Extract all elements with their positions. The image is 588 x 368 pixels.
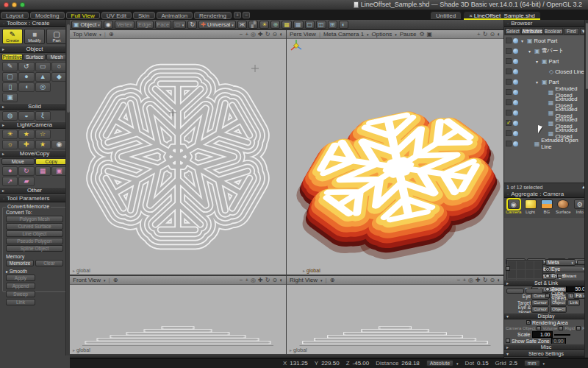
cylinder-tool-icon[interactable]: ▯ <box>2 82 18 92</box>
magnify-button[interactable]: ⊙ <box>490 31 495 38</box>
cone-tool-icon[interactable]: ▲ <box>35 72 51 82</box>
sphere-tool-icon[interactable]: ● <box>18 72 34 82</box>
rotate-button[interactable]: ↻ <box>483 277 488 284</box>
link-axis-checkbox[interactable] <box>506 266 510 271</box>
render-flag-icon[interactable] <box>506 120 512 126</box>
object-mode-button[interactable]: ▣ Object ▾ <box>71 21 102 29</box>
close-window-button[interactable] <box>4 2 9 7</box>
visibility-ball-icon[interactable] <box>513 69 518 74</box>
shear-tool-icon[interactable]: ↗ <box>2 177 18 186</box>
camera-view-dropdown[interactable] <box>526 289 543 294</box>
workspace-tab-full-view[interactable]: Full View <box>66 12 100 19</box>
tab-copy[interactable]: Copy <box>35 158 68 165</box>
tree-row[interactable]: ▾ ▣ 雪パート <box>504 46 588 56</box>
magnify-button[interactable]: ⊙ <box>490 277 495 284</box>
front-view-label[interactable]: Front View <box>73 277 101 283</box>
browser-tab-select[interactable]: Select <box>505 28 520 35</box>
scale-field[interactable]: 1.00 <box>532 331 553 338</box>
workspace-tab-uv-edit[interactable]: UV Edit <box>101 12 132 19</box>
section-move-copy[interactable]: ▸Move/Copy <box>0 150 69 158</box>
rendering-area-checkbox[interactable] <box>526 320 531 325</box>
camera-preset-dropdown[interactable] <box>506 289 524 294</box>
link-button[interactable]: Link <box>6 299 35 305</box>
universal-manipulator-button[interactable]: ✚ Universal ▾ <box>198 21 235 29</box>
close-tab-icon[interactable]: × <box>469 12 473 19</box>
part-button[interactable]: ▢ Part <box>46 29 67 44</box>
scale-tool-icon[interactable]: ▰ <box>18 177 34 186</box>
magnify-button[interactable]: ⊙ <box>272 31 277 38</box>
zoom-tool-button[interactable]: ◎ <box>251 31 256 38</box>
workspace-tab-animation[interactable]: Animation <box>157 12 193 19</box>
distant-light-icon[interactable]: ☆ <box>35 130 51 139</box>
tab-mesh[interactable]: Mesh <box>46 54 68 60</box>
pers-display-icon[interactable]: ▣ <box>427 31 433 38</box>
zoom-in-button[interactable]: + <box>245 277 248 284</box>
target-radio[interactable]: Target <box>545 272 587 279</box>
visibility-ball-icon[interactable] <box>513 141 518 146</box>
aggregate-tab-light[interactable]: Light <box>523 199 537 214</box>
render-preview-button[interactable]: ◐ <box>279 31 283 38</box>
light-tool-button[interactable]: ☀ <box>259 21 269 29</box>
partial-solid-icon[interactable]: ◒ <box>18 111 34 121</box>
render-preview-button[interactable]: ◐ <box>497 277 501 284</box>
expand-arrow-icon[interactable]: ▾ <box>536 59 540 64</box>
rotate-copy-icon[interactable]: ↻ <box>18 166 34 176</box>
pers-global-label[interactable]: ▸global <box>303 268 320 273</box>
move-tool-icon[interactable]: ● <box>2 166 18 176</box>
remove-workspace-button[interactable]: − <box>243 12 250 18</box>
mirror-tool-button[interactable]: ▞ <box>248 21 258 29</box>
world-axis-button[interactable]: ⊕ <box>270 21 280 29</box>
tab-surface[interactable]: Surface <box>24 54 45 60</box>
dual-view-button[interactable]: ◫ <box>316 21 326 29</box>
clear-button[interactable]: Clear <box>35 260 63 266</box>
quad-view-button[interactable]: ⊞ <box>328 21 337 29</box>
section-object[interactable]: ▸Object <box>0 46 69 53</box>
r-checkbox[interactable] <box>576 326 581 330</box>
convert-button[interactable]: Line Object <box>6 230 63 237</box>
pan-button[interactable]: ✚ <box>258 277 263 284</box>
sweep-button[interactable]: Sweep <box>6 291 35 297</box>
maximize-window-button[interactable] <box>20 2 25 7</box>
zoom-tool-button[interactable]: ◎ <box>468 277 473 284</box>
axis-lock-icon[interactable]: ⊕ <box>109 31 114 38</box>
circle-line-tool-icon[interactable]: ○ <box>51 62 67 71</box>
tree-row[interactable]: ◇ Closed Line <box>504 66 588 77</box>
memorize-button[interactable]: Memorize <box>6 260 34 266</box>
convert-button[interactable]: Spline Object <box>6 245 63 252</box>
visibility-ball-icon[interactable] <box>513 131 518 136</box>
palette-button[interactable]: ▦ <box>282 21 292 29</box>
misc-section[interactable]: ▸Misc <box>504 344 588 350</box>
right-view-canvas[interactable]: ▸global <box>287 285 503 354</box>
tab-move[interactable]: Move <box>1 158 35 165</box>
magnify-button[interactable]: ⊙ <box>272 277 277 284</box>
skeleton-tool-button[interactable]: Ж <box>237 21 247 29</box>
render-flag-icon[interactable] <box>506 48 512 54</box>
rotate-button[interactable]: ↻ <box>265 277 270 284</box>
workspace-tab-rendering[interactable]: Rendering <box>194 12 232 19</box>
render-flag-icon[interactable] <box>506 110 512 116</box>
curve-solid-icon[interactable]: ξ <box>35 111 51 121</box>
top-view-canvas[interactable]: ▸global <box>70 39 286 275</box>
sphere-solid-icon[interactable]: ◍ <box>2 111 18 121</box>
visibility-ball-icon[interactable] <box>513 79 518 85</box>
pers-view-label[interactable]: Pers View <box>290 31 316 38</box>
visibility-ball-icon[interactable] <box>513 59 518 64</box>
edge-mode-button[interactable]: Edge <box>136 21 154 29</box>
wedge-tool-icon[interactable]: ◆ <box>51 72 67 82</box>
render-flag-icon[interactable] <box>506 38 512 43</box>
rotate-button[interactable]: ↻ <box>265 31 270 38</box>
aggregate-tab-camera[interactable]: ◉ Camera <box>506 199 521 214</box>
pers-view-canvas[interactable]: ▸global <box>287 39 503 275</box>
cube-tool-icon[interactable]: ▣ <box>2 93 18 102</box>
visibility-ball-icon[interactable] <box>513 121 518 126</box>
spotlight-icon[interactable]: ★ <box>18 130 34 139</box>
line-light-icon[interactable]: ★ <box>35 140 51 149</box>
convert-tool-icon[interactable]: ↺ <box>18 62 34 71</box>
scale-extra-field[interactable] <box>554 334 570 336</box>
top-global-label[interactable]: ▸global <box>73 268 90 273</box>
minimize-window-button[interactable] <box>12 2 17 7</box>
zoom-in-button[interactable]: + <box>477 31 481 38</box>
render-flag-icon[interactable] <box>506 68 512 74</box>
tree-row[interactable]: ▾ ▣ Root Part <box>504 35 588 46</box>
volume-checkbox[interactable] <box>537 326 541 330</box>
